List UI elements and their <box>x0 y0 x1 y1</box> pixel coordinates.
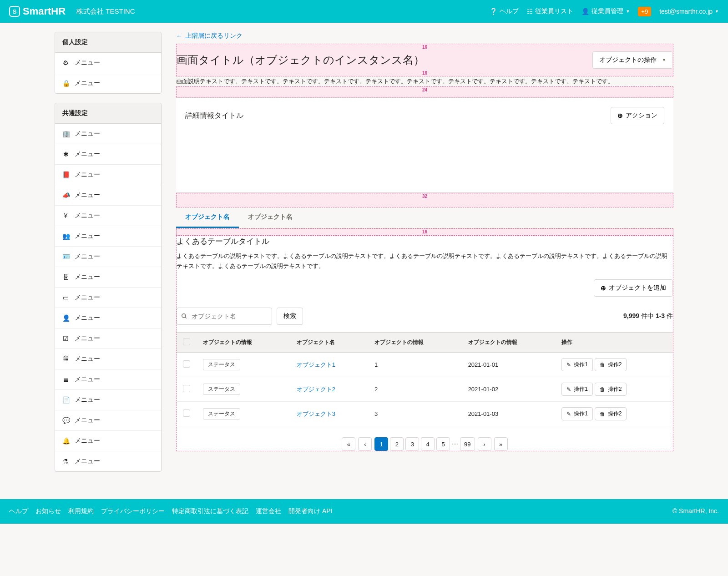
caret-down-icon: ▼ <box>626 9 630 14</box>
sidebar-item-label: メニュー <box>75 457 100 465</box>
footer-link[interactable]: 開発者向け API <box>288 507 332 515</box>
sidebar-item[interactable]: 🪪メニュー <box>55 247 161 267</box>
row-action-1[interactable]: ✎ 操作1 <box>561 358 593 371</box>
sidebar-item[interactable]: ⚗メニュー <box>55 451 161 471</box>
table-description: よくあるテーブルの説明テキストです。よくあるテーブルの説明テキストです。よくある… <box>177 251 673 271</box>
select-all-checkbox[interactable] <box>183 338 190 345</box>
trash-icon: 🗑 <box>600 411 605 417</box>
footer-link[interactable]: ヘルプ <box>9 507 28 515</box>
sidebar-item[interactable]: 📕メニュー <box>55 165 161 185</box>
status-badge: ステータス <box>203 408 240 419</box>
object-action-dropdown[interactable]: オブジェクトの操作 <box>592 51 673 69</box>
help-link[interactable]: ❔ ヘルプ <box>490 7 519 15</box>
row-checkbox[interactable] <box>183 360 190 368</box>
help-icon: ❔ <box>490 8 497 15</box>
row-checkbox[interactable] <box>183 409 190 417</box>
row-checkbox[interactable] <box>183 385 190 392</box>
sidebar-item[interactable]: 📄メニュー <box>55 390 161 410</box>
sidebar-item[interactable]: 🔒メニュー <box>55 73 161 93</box>
trash-icon: 🗑 <box>600 362 605 368</box>
account-dropdown[interactable]: test@smarthr.co.jp ▼ <box>659 8 719 15</box>
table-section: よくあるテーブルタイトル よくあるテーブルの説明テキストです。よくあるテーブルの… <box>176 236 673 451</box>
detail-action-button[interactable]: ⊕ アクション <box>611 107 664 124</box>
user-icon: 👤 <box>581 8 589 15</box>
sidebar-item-label: メニュー <box>75 416 100 424</box>
sidebar-item[interactable]: 👥メニュー <box>55 226 161 247</box>
page-prev[interactable]: ‹ <box>358 437 372 451</box>
sidebar-item[interactable]: 🗄メニュー <box>55 267 161 288</box>
row-action-1[interactable]: ✎ 操作1 <box>561 407 593 420</box>
sidebar-item[interactable]: ✱メニュー <box>55 144 161 165</box>
object-link[interactable]: オブジェクト3 <box>297 410 335 417</box>
sidebar-item-label: メニュー <box>75 375 100 384</box>
menu-icon: ▭ <box>62 294 69 301</box>
object-link[interactable]: オブジェクト2 <box>297 386 335 393</box>
object-table: オブジェクトの情報 オブジェクト名 オブジェクトの情報 オブジェクトの情報 操作… <box>177 332 673 426</box>
back-link[interactable]: ← 上階層に戻るリンク <box>176 32 243 40</box>
menu-icon: ¥ <box>62 212 69 219</box>
page-next[interactable]: › <box>478 437 491 451</box>
tab-object-1[interactable]: オブジェクト名 <box>176 207 239 228</box>
page-description: 画面説明テキストです。テキストです。テキストです。テキストです。テキストです。テ… <box>176 76 673 86</box>
page-first[interactable]: « <box>342 437 355 451</box>
tab-object-2[interactable]: オブジェクト名 <box>239 207 302 228</box>
menu-icon: ☑ <box>62 335 69 342</box>
page-number[interactable]: 4 <box>421 437 435 451</box>
page-number[interactable]: 2 <box>390 437 404 451</box>
menu-icon: 🔔 <box>62 437 69 445</box>
sidebar-item[interactable]: ▭メニュー <box>55 288 161 308</box>
sidebar-item[interactable]: 🏛メニュー <box>55 349 161 369</box>
footer-link[interactable]: 利用規約 <box>68 507 94 515</box>
menu-icon: 📄 <box>62 396 69 404</box>
footer-link[interactable]: お知らせ <box>35 507 61 515</box>
status-badge: ステータス <box>203 384 240 395</box>
employee-list-link[interactable]: ☷ 従業員リスト <box>527 7 573 15</box>
sidebar-item[interactable]: ☑メニュー <box>55 328 161 349</box>
footer-link[interactable]: 特定商取引法に基づく表記 <box>172 507 248 515</box>
menu-icon: 👤 <box>62 314 69 322</box>
search-input[interactable] <box>177 308 272 325</box>
caret-down-icon: ▼ <box>715 9 719 14</box>
sidebar-item-label: メニュー <box>75 314 100 322</box>
page-number[interactable]: 3 <box>405 437 419 451</box>
row-action-2[interactable]: 🗑 操作2 <box>595 407 627 420</box>
menu-icon: ⚗ <box>62 458 69 465</box>
sidebar-item[interactable]: ≣メニュー <box>55 369 161 390</box>
sidebar-item-label: メニュー <box>75 150 100 158</box>
search-button[interactable]: 検索 <box>277 308 303 325</box>
page-last[interactable]: » <box>494 437 508 451</box>
sidebar-item[interactable]: 👤メニュー <box>55 308 161 328</box>
svg-point-0 <box>182 314 186 318</box>
spacing-annotation: 24 <box>176 86 673 97</box>
sidebar-item-label: メニュー <box>75 79 100 87</box>
sidebar-item-label: メニュー <box>75 293 100 302</box>
row-action-1[interactable]: ✎ 操作1 <box>561 383 593 396</box>
result-count: 9,999 件中 1-3 件 <box>623 312 673 320</box>
notification-badge[interactable]: +9 <box>638 7 651 16</box>
logo[interactable]: S SmartHR <box>9 5 66 17</box>
employee-mgmt-dropdown[interactable]: 👤 従業員管理 ▼ <box>581 7 630 15</box>
sidebar-item[interactable]: 💬メニュー <box>55 410 161 431</box>
table-row: ステータスオブジェクト332021-01-03✎ 操作1 🗑 操作2 <box>177 402 673 426</box>
row-action-2[interactable]: 🗑 操作2 <box>595 358 627 371</box>
sidebar-item[interactable]: 🔔メニュー <box>55 431 161 451</box>
add-object-button[interactable]: ⊕ オブジェクトを追加 <box>594 279 673 297</box>
sidebar-item[interactable]: ¥メニュー <box>55 206 161 226</box>
row-action-2[interactable]: 🗑 操作2 <box>595 383 627 396</box>
sidebar-item[interactable]: 🏢メニュー <box>55 124 161 144</box>
sidebar-item[interactable]: 📣メニュー <box>55 185 161 206</box>
pencil-icon: ✎ <box>566 386 571 393</box>
sidebar-item-label: メニュー <box>75 253 100 261</box>
spacing-annotation: 16 画面タイトル（オブジェクトのインスタンス名） オブジェクトの操作 16 <box>176 44 673 76</box>
page-number[interactable]: 99 <box>460 437 475 451</box>
page-number[interactable]: 5 <box>436 437 450 451</box>
object-link[interactable]: オブジェクト1 <box>297 361 335 368</box>
sidebar-item[interactable]: ⚙メニュー <box>55 53 161 73</box>
plus-circle-icon: ⊕ <box>617 112 623 119</box>
page-number[interactable]: 1 <box>374 437 388 451</box>
spacing-annotation: 16 <box>176 228 673 236</box>
footer-link[interactable]: 運営会社 <box>256 507 281 515</box>
pagination: « ‹ 1 2 3 4 5⋯99 › » <box>177 437 673 451</box>
menu-icon: 📣 <box>62 192 69 199</box>
footer-link[interactable]: プライバシーポリシー <box>101 507 165 515</box>
